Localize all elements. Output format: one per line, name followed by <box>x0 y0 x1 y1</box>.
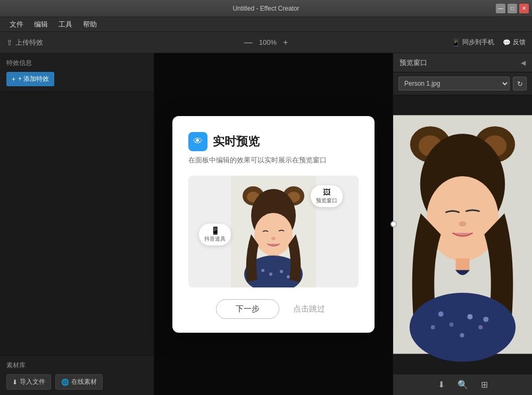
preview-bottom-bar: ⬇ 🔍 ⊞ <box>393 374 532 395</box>
modal-footer: 下一步 点击跳过 <box>188 299 359 319</box>
zoom-in-button[interactable]: + <box>281 38 290 47</box>
preview-grid-button[interactable]: ⊞ <box>479 377 490 392</box>
svg-point-25 <box>450 323 454 327</box>
svg-point-10 <box>261 269 264 272</box>
svg-point-28 <box>431 325 435 330</box>
center-canvas: 👁 实时预览 在面板中编辑的效果可以实时展示在预览窗口 <box>154 53 393 395</box>
title-bar: Untitled - Effect Creator — □ ✕ <box>0 0 532 17</box>
add-icon: + <box>12 76 15 83</box>
modal-overlay: 👁 实时预览 在面板中编辑的效果可以实时展示在预览窗口 <box>154 53 393 395</box>
right-panel-title: 预览窗口 <box>400 58 427 68</box>
toolbar-right: 📱 同步到手机 💬 反馈 <box>451 38 526 47</box>
modal-title: 实时预览 <box>213 134 260 150</box>
canvas-resize-handle[interactable] <box>390 221 397 227</box>
svg-point-30 <box>460 333 464 338</box>
window-title: Untitled - Effect Creator <box>232 5 299 12</box>
left-panel: 特效信息 + + 添加特效 素材库 ⬇ 导入文件 🌐 在线素材 <box>0 53 154 395</box>
preview-search-button[interactable]: 🔍 <box>455 377 470 392</box>
svg-point-12 <box>280 270 283 273</box>
preview-refresh-button[interactable]: ↻ <box>513 77 527 90</box>
svg-point-27 <box>478 325 483 330</box>
right-panel: 预览窗口 ◀ Person 1.jpg Person 2.jpg ↻ <box>393 53 532 395</box>
callout-douyin-text: 抖音道具 <box>204 235 226 243</box>
upload-icon: ⇧ <box>6 38 13 47</box>
svg-point-11 <box>269 273 272 276</box>
panel-collapse-button[interactable]: ◀ <box>521 59 526 67</box>
feedback-label: 反馈 <box>513 38 526 47</box>
preview-controls: Person 1.jpg Person 2.jpg ↻ <box>393 72 532 95</box>
feedback-icon: 💬 <box>503 39 511 46</box>
svg-point-20 <box>427 176 498 261</box>
upload-label: 上传特效 <box>15 38 43 47</box>
asset-buttons: ⬇ 导入文件 🌐 在线素材 <box>6 374 147 390</box>
preview-person-svg <box>231 176 316 287</box>
menu-bar: 文件 编辑 工具 帮助 <box>0 17 532 32</box>
modal-card: 👁 实时预览 在面板中编辑的效果可以实时展示在预览窗口 <box>172 116 375 333</box>
callout-preview: 🖼 预览窗口 <box>311 185 343 207</box>
svg-point-6 <box>254 213 293 256</box>
modal-eye-icon: 👁 <box>188 132 207 151</box>
svg-point-26 <box>467 314 472 319</box>
svg-point-13 <box>287 275 290 278</box>
callout-preview-text: 预览窗口 <box>316 197 337 204</box>
upload-effect-button[interactable]: ⇧ 上传特效 <box>6 38 43 47</box>
svg-point-29 <box>483 317 488 322</box>
effects-section: 特效信息 + + 添加特效 <box>0 53 154 92</box>
zoom-out-button[interactable]: — <box>242 38 255 47</box>
zoom-value: 100% <box>259 38 277 46</box>
callout-douyin: 📱 抖音道具 <box>199 224 231 245</box>
sync-icon: 📱 <box>451 38 460 47</box>
modal-preview-area: 🖼 预览窗口 📱 抖音道具 <box>188 176 359 287</box>
close-button[interactable]: ✕ <box>519 4 529 13</box>
import-icon: ⬇ <box>12 378 18 386</box>
modal-header: 👁 实时预览 <box>188 132 359 151</box>
sync-label: 同步到手机 <box>462 38 494 47</box>
feedback-button[interactable]: 💬 反馈 <box>503 38 526 47</box>
modal-desc: 在面板中编辑的效果可以实时展示在预览窗口 <box>188 155 359 165</box>
skip-button[interactable]: 点击跳过 <box>287 299 331 319</box>
menu-help[interactable]: 帮助 <box>78 18 102 31</box>
preview-person-large-svg <box>393 95 532 374</box>
menu-edit[interactable]: 编辑 <box>29 18 53 31</box>
preview-download-button[interactable]: ⬇ <box>436 377 447 392</box>
window-controls: — □ ✕ <box>496 4 529 13</box>
add-effect-label: + 添加特效 <box>18 75 49 84</box>
add-effect-button[interactable]: + + 添加特效 <box>6 72 54 86</box>
menu-file[interactable]: 文件 <box>4 18 29 31</box>
svg-point-7 <box>271 237 276 240</box>
menu-tools[interactable]: 工具 <box>53 18 78 31</box>
panel-empty-area <box>0 92 154 355</box>
refresh-icon: ↻ <box>517 80 523 88</box>
right-panel-header: 预览窗口 ◀ <box>393 53 532 72</box>
svg-point-24 <box>438 311 444 317</box>
online-label: 在线素材 <box>71 377 97 386</box>
svg-point-21 <box>459 221 467 227</box>
toolbar: ⇧ 上传特效 — 100% + 📱 同步到手机 💬 反馈 <box>0 32 532 53</box>
import-file-button[interactable]: ⬇ 导入文件 <box>6 374 51 390</box>
online-asset-button[interactable]: 🌐 在线素材 <box>55 374 103 390</box>
effects-label: 特效信息 <box>6 59 147 68</box>
next-step-button[interactable]: 下一步 <box>216 299 279 319</box>
callout-douyin-icon: 📱 <box>211 226 220 235</box>
callout-preview-icon: 🖼 <box>323 188 330 196</box>
import-label: 导入文件 <box>20 377 45 386</box>
svg-rect-22 <box>456 258 470 270</box>
svg-point-23 <box>410 293 516 362</box>
preview-image-select[interactable]: Person 1.jpg Person 2.jpg <box>398 77 510 90</box>
asset-label: 素材库 <box>6 361 147 370</box>
asset-section: 素材库 ⬇ 导入文件 🌐 在线素材 <box>0 355 154 395</box>
maximize-button[interactable]: □ <box>508 4 517 13</box>
preview-image-area <box>393 95 532 374</box>
online-icon: 🌐 <box>61 378 69 386</box>
main-layout: 特效信息 + + 添加特效 素材库 ⬇ 导入文件 🌐 在线素材 <box>0 53 532 395</box>
zoom-controls: — 100% + <box>242 38 290 47</box>
minimize-button[interactable]: — <box>496 4 505 13</box>
sync-button[interactable]: 📱 同步到手机 <box>451 38 494 47</box>
